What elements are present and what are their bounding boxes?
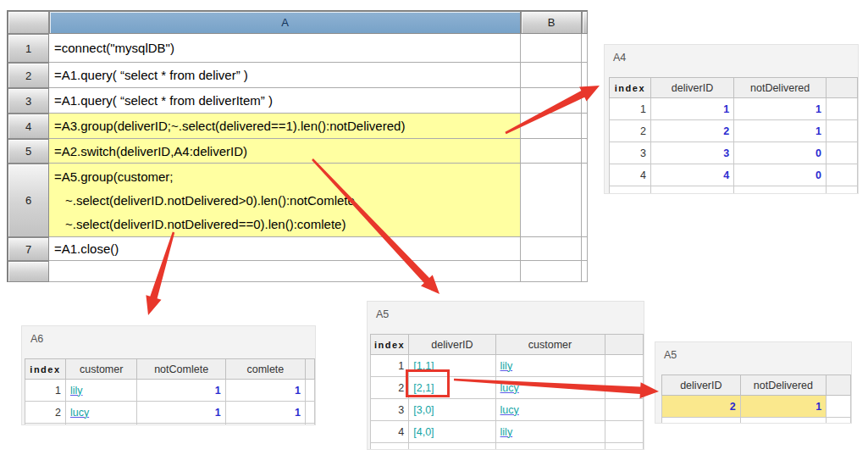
table-cell xyxy=(409,443,495,451)
header-row: indexcustomernotComletecomlete xyxy=(25,359,315,380)
table-cell xyxy=(305,424,314,426)
record-link[interactable]: lily xyxy=(65,380,137,402)
table-cell[interactable]: [4,0] xyxy=(409,421,495,443)
table-cell: 4 xyxy=(371,421,409,443)
record-link[interactable]: lily xyxy=(495,421,605,443)
table-cell-stub xyxy=(827,164,858,186)
cell-C8-partial xyxy=(582,261,588,282)
column-header-B[interactable]: B xyxy=(521,11,582,34)
col-header-index: index xyxy=(25,359,66,380)
result-panel-a5-detail: A5 deliverIDnotDelivered 21 xyxy=(655,341,852,424)
table-cell: 1 xyxy=(734,120,827,142)
partial-row xyxy=(25,424,315,426)
table-cell xyxy=(65,424,137,426)
cell-B7[interactable] xyxy=(521,237,582,261)
table-cell: 1 xyxy=(137,402,225,424)
cell-B4[interactable] xyxy=(521,114,582,139)
formula-line: ~.select(deliverID.notDelivered>0).len()… xyxy=(54,189,520,213)
table-cell xyxy=(740,418,827,424)
col-header-stub xyxy=(827,375,851,396)
partial-row xyxy=(610,186,858,195)
table-cell xyxy=(734,186,827,195)
row-header-1[interactable]: 1 xyxy=(8,34,49,63)
cell-B6[interactable] xyxy=(521,164,582,237)
table-cell-stub xyxy=(827,142,858,164)
corner-select-all-button[interactable] xyxy=(8,11,49,34)
header-row: indexdeliverIDnotDelivered xyxy=(610,78,858,98)
cell-C6-partial xyxy=(582,164,588,237)
table-cell: 2 xyxy=(371,377,409,399)
cell-C1-partial xyxy=(582,34,588,63)
table-cell xyxy=(662,418,741,424)
partial-row xyxy=(662,418,851,424)
row-header-2[interactable]: 2 xyxy=(8,63,49,88)
cell-A6[interactable]: =A5.group(customer; ~.select(deliverID.n… xyxy=(49,164,521,237)
row-header-5[interactable]: 5 xyxy=(8,139,49,164)
row-header-4[interactable]: 4 xyxy=(8,114,49,139)
table-cell: 1 xyxy=(610,98,651,120)
cell-C4-partial xyxy=(582,114,588,139)
table-cell: 1 xyxy=(734,98,827,120)
panel-label-a5: A5 xyxy=(376,308,644,322)
table-cell xyxy=(827,418,851,424)
cell-A5[interactable]: =A2.switch(deliverID,A4:deliverID) xyxy=(49,139,521,164)
col-header-stub xyxy=(305,359,314,380)
cell-B3[interactable] xyxy=(521,88,582,114)
table-row: 111 xyxy=(610,98,858,120)
table-cell xyxy=(650,186,733,195)
col-header-comlete: comlete xyxy=(225,359,305,380)
row-header-3[interactable]: 3 xyxy=(8,88,49,114)
table-cell: 3 xyxy=(371,399,409,421)
table-cell-stub xyxy=(827,120,858,142)
cell-B2[interactable] xyxy=(521,63,582,88)
table-cell-stub xyxy=(605,377,643,399)
cell-A2[interactable]: =A1.query( “select * from deliver” ) xyxy=(49,63,521,88)
table-cell xyxy=(371,443,409,451)
partial-row xyxy=(371,443,644,451)
column-header-label: B xyxy=(548,16,556,29)
table-cell: 4 xyxy=(610,164,651,186)
cell-A8-partial[interactable] xyxy=(49,261,521,282)
table-cell-stub xyxy=(605,399,643,421)
cell-A1[interactable]: =connect("mysqlDB") xyxy=(49,34,521,63)
column-header-A[interactable]: A xyxy=(49,11,521,34)
column-header-row: A B xyxy=(8,11,588,34)
col-header-notComlete: notComlete xyxy=(137,359,225,380)
panel-label-a4: A4 xyxy=(613,52,858,65)
table-cell-stub xyxy=(827,396,851,418)
result-table-a4: indexdeliverIDnotDelivered 111221330440 xyxy=(609,77,858,194)
record-link[interactable]: lucy xyxy=(495,399,605,421)
cell-B5[interactable] xyxy=(521,139,582,164)
cell-A7[interactable]: =A1.close() xyxy=(49,237,521,261)
result-panel-a6: A6 indexcustomernotComletecomlete 1lily1… xyxy=(21,325,316,425)
table-row: 4[4,0]lily xyxy=(371,421,644,443)
table-cell xyxy=(605,443,643,451)
table-row: 221 xyxy=(610,120,858,142)
header-row: indexdeliverIDcustomer xyxy=(371,335,644,355)
cell-A3[interactable]: =A1.query( “select * from deliverItem” ) xyxy=(49,88,521,114)
row-header-8-partial xyxy=(8,261,49,282)
table-cell: 1 xyxy=(137,380,225,402)
table-cell: 1 xyxy=(225,380,305,402)
result-panel-a4: A4 indexdeliverIDnotDelivered 1112213304… xyxy=(604,44,859,194)
record-link[interactable]: lily xyxy=(495,355,605,377)
table-cell: 1 xyxy=(225,402,305,424)
cell-A4[interactable]: =A3.group(deliverID;~.select(delivered==… xyxy=(49,114,521,139)
cell-B1[interactable] xyxy=(521,34,582,63)
table-cell-stub xyxy=(605,355,643,377)
cell-B8-partial[interactable] xyxy=(521,261,582,282)
table-cell-stub xyxy=(305,402,314,424)
table-cell xyxy=(137,424,225,426)
col-header-deliverID: deliverID xyxy=(662,375,741,396)
table-cell[interactable]: [3,0] xyxy=(409,399,495,421)
spreadsheet: A B 1 =connect("mysqlDB") 2 =A1.query( “… xyxy=(7,10,588,282)
record-link[interactable]: lucy xyxy=(495,377,605,399)
row-header-6[interactable]: 6 xyxy=(8,164,49,237)
record-link[interactable]: lucy xyxy=(65,402,137,424)
column-header-C-partial xyxy=(582,11,588,34)
col-header-index: index xyxy=(371,335,409,355)
table-cell: 2 xyxy=(662,396,741,418)
row-header-7[interactable]: 7 xyxy=(8,237,49,261)
table-cell-stub xyxy=(605,421,643,443)
table-cell-stub xyxy=(827,98,858,120)
